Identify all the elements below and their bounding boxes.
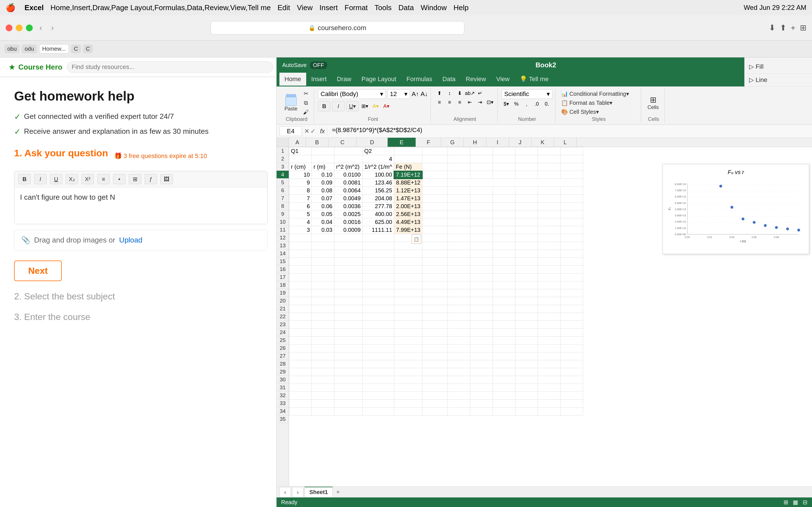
cell-G1[interactable]: [448, 147, 470, 155]
conditional-formatting-button[interactable]: 📊 Conditional Formatting ▾: [559, 90, 630, 98]
cells-button[interactable]: ⊞ Cells: [645, 94, 661, 112]
cell-I10[interactable]: [493, 218, 515, 226]
table-row[interactable]: [289, 281, 583, 289]
menu-edit[interactable]: Edit: [277, 3, 290, 12]
row-14[interactable]: 14: [276, 249, 289, 258]
row-7[interactable]: 7: [276, 194, 289, 202]
cell-A11[interactable]: 3: [289, 226, 312, 234]
row-30[interactable]: 30: [276, 376, 289, 384]
tab-formulas[interactable]: Formulas: [402, 73, 438, 87]
cell-G11[interactable]: [448, 226, 470, 234]
cell-C4[interactable]: 0.0100: [335, 171, 363, 179]
cell-J2[interactable]: [515, 155, 538, 163]
table-row[interactable]: 3 0.03 0.0009 1111.11 7.99E+13: [289, 226, 583, 234]
cell-A6[interactable]: 8: [289, 187, 312, 194]
cell-G2[interactable]: [448, 155, 470, 163]
col-header-E[interactable]: E: [388, 138, 416, 147]
row-17[interactable]: 17: [276, 273, 289, 281]
table-row[interactable]: [289, 266, 583, 274]
table-row[interactable]: [289, 313, 583, 321]
tab-page-layout[interactable]: Page Layout: [356, 73, 402, 87]
cell-L7[interactable]: [560, 194, 583, 203]
cell-E6[interactable]: 1.12E+13: [394, 187, 422, 194]
cell-C3[interactable]: r^2 (m^2): [335, 163, 363, 171]
unordered-list-button[interactable]: •: [113, 174, 125, 184]
ch-search-input[interactable]: [67, 61, 273, 73]
cell-E9[interactable]: 2.56E+13: [394, 210, 422, 218]
row-11[interactable]: 11: [276, 226, 289, 234]
cell-B7[interactable]: 0.07: [312, 194, 335, 203]
table-row[interactable]: Q1 Q2: [289, 147, 583, 155]
copy-button[interactable]: ⧉: [301, 99, 311, 107]
cell-B4[interactable]: 0.10: [312, 171, 335, 179]
row-4[interactable]: 4: [276, 171, 289, 179]
cell-K6[interactable]: [538, 187, 560, 194]
cell-C9[interactable]: 0.0025: [335, 210, 363, 218]
cancel-formula-icon[interactable]: ✕: [304, 128, 309, 135]
cell-F3[interactable]: [422, 163, 448, 171]
currency-button[interactable]: $▾: [502, 100, 511, 108]
cell-C8[interactable]: 0.0036: [335, 203, 363, 210]
table-row[interactable]: r (cm) r (m) r^2 (m^2) 1/r^2 (1/m^ Fe (N…: [289, 163, 583, 171]
percent-button[interactable]: %: [512, 100, 521, 108]
table-row[interactable]: [289, 250, 583, 258]
table-row[interactable]: [289, 321, 583, 329]
tab-view[interactable]: View: [491, 73, 515, 87]
tab-review[interactable]: Review: [461, 73, 491, 87]
cell-D7[interactable]: 204.08: [363, 194, 394, 203]
table-row[interactable]: [289, 352, 583, 360]
cell-I11[interactable]: [493, 226, 515, 234]
comma-button[interactable]: ,: [522, 100, 531, 108]
col-header-C[interactable]: C: [328, 138, 357, 147]
cell-I8[interactable]: [493, 203, 515, 210]
table-row[interactable]: 8 0.08 0.0064 156.25 1.12E+13: [289, 187, 583, 194]
cell-J10[interactable]: [515, 218, 538, 226]
cell-H6[interactable]: [470, 187, 493, 194]
next-button[interactable]: Next: [14, 261, 62, 281]
table-button[interactable]: ⊞: [129, 174, 141, 184]
col-header-F[interactable]: F: [416, 138, 441, 147]
cell-I6[interactable]: [493, 187, 515, 194]
cell-H3[interactable]: [470, 163, 493, 171]
table-row[interactable]: 4 0.04 0.0016 625.00 4.49E+13: [289, 218, 583, 226]
row-34[interactable]: 34: [276, 407, 289, 415]
table-row[interactable]: [289, 297, 583, 305]
cell-G8[interactable]: [448, 203, 470, 210]
cell-G9[interactable]: [448, 210, 470, 218]
cell-H9[interactable]: [470, 210, 493, 218]
cell-J1[interactable]: [515, 147, 538, 155]
cut-button[interactable]: ✂: [301, 89, 311, 98]
fill-color-button[interactable]: A▾: [371, 102, 380, 110]
cell-K9[interactable]: [538, 210, 560, 218]
font-size-dropdown[interactable]: 12 ▾: [388, 89, 410, 99]
table-row[interactable]: 6 0.06 0.0036 277.78 2.00E+13: [289, 203, 583, 210]
cell-F9[interactable]: [422, 210, 448, 218]
table-row[interactable]: [289, 407, 583, 415]
cell-B1[interactable]: [312, 147, 335, 155]
spreadsheet-grid[interactable]: Q1 Q2: [289, 147, 812, 486]
decrease-font-icon[interactable]: A↓: [421, 91, 428, 98]
tab-draw[interactable]: Draw: [332, 73, 356, 87]
confirm-formula-icon[interactable]: ✓: [310, 128, 315, 135]
col-header-J[interactable]: J: [509, 138, 531, 147]
cell-C6[interactable]: 0.0064: [335, 187, 363, 194]
cell-E7[interactable]: 1.47E+13: [394, 194, 422, 203]
cell-A2[interactable]: [289, 155, 312, 163]
cell-E1[interactable]: [394, 147, 422, 155]
row-2[interactable]: 2: [276, 155, 289, 163]
cell-E8[interactable]: 2.00E+13: [394, 203, 422, 210]
subscript-button[interactable]: X₂: [66, 174, 78, 184]
tab-tell-me[interactable]: 💡 Tell me: [515, 73, 553, 87]
cell-H10[interactable]: [470, 218, 493, 226]
cell-F10[interactable]: [422, 218, 448, 226]
cell-D8[interactable]: 277.78: [363, 203, 394, 210]
decrease-indent-button[interactable]: ⇤: [465, 98, 474, 106]
table-row[interactable]: 4: [289, 155, 583, 163]
col-header-A[interactable]: A: [289, 138, 306, 147]
cell-K4[interactable]: [538, 171, 560, 179]
row-32[interactable]: 32: [276, 392, 289, 399]
row-8[interactable]: 8: [276, 202, 289, 210]
cell-A9[interactable]: 5: [289, 210, 312, 218]
cell-C11[interactable]: 0.0009: [335, 226, 363, 234]
app-name[interactable]: Excel: [24, 3, 44, 12]
